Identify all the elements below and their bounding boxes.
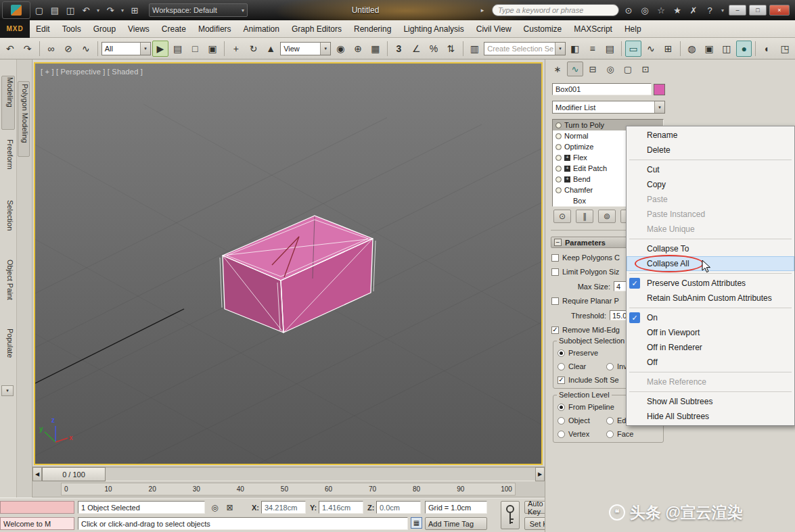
tab-modify[interactable]: ∿ [567,62,583,76]
search-icon[interactable]: ⊙ [622,3,635,18]
render-preview-icon[interactable]: ◳ [777,41,793,57]
object-radio[interactable] [558,417,565,425]
menu-modifiers[interactable]: Modifiers [192,22,237,36]
next-frame-icon[interactable]: ▶ [535,467,545,481]
save-file-icon[interactable]: ◫ [64,3,77,18]
edit-named-selection-sets-icon[interactable]: ▥ [467,41,483,57]
angle-snap-icon[interactable]: ∠ [408,41,424,57]
project-folder-icon[interactable]: ⊞ [128,3,141,18]
expand-subtree-icon[interactable]: + [564,166,570,172]
preserve-radio[interactable] [558,349,565,357]
schematic-view-icon[interactable]: ⊞ [660,41,677,57]
pin-stack-icon[interactable]: ⊙ [553,210,571,223]
snap-toggle-icon[interactable]: 3 [391,41,407,57]
tab-create[interactable]: ∗ [549,62,566,76]
select-by-name-icon[interactable]: ▤ [170,41,186,57]
viewport-label[interactable]: [ + ] [ Perspective ] [ Shaded ] [41,68,143,76]
bind-to-space-warp-icon[interactable]: ∿ [78,41,94,57]
undo-dropdown-icon[interactable]: ▾ [95,3,101,18]
expand-subtree-icon[interactable]: + [564,176,570,183]
minimize-button[interactable]: – [729,5,746,16]
align-icon[interactable]: ≡ [585,41,601,57]
tab-motion[interactable]: ◎ [602,62,618,76]
redo-dropdown-icon[interactable]: ▾ [119,3,126,18]
ribbon-tab-modeling[interactable]: Modeling [6,77,14,107]
time-tag-icon[interactable]: ▦ [411,517,422,529]
remove-mid-edge-checkbox[interactable]: ✓ [551,327,559,334]
object-color-swatch[interactable] [654,84,665,95]
modifier-list-dropdown[interactable]: Modifier List ▾ [552,101,665,114]
menu-tools[interactable]: Tools [56,22,87,36]
tab-display[interactable]: ▢ [620,62,636,76]
maximize-button[interactable]: □ [749,5,767,16]
curve-editor-icon[interactable]: ∿ [643,41,659,57]
ribbon-tab-freeform[interactable]: Freeform [6,139,14,170]
menu-item-show-all-subtrees[interactable]: Show All Subtrees [627,394,794,409]
menu-help[interactable]: Help [618,22,648,36]
help-icon[interactable]: ? [703,3,717,18]
from-pipeline-radio[interactable] [558,404,565,411]
ribbon-tab-selection[interactable]: Selection [6,200,14,231]
menu-edit[interactable]: Edit [30,22,56,36]
open-file-icon[interactable]: ▤ [48,3,62,18]
menu-item-cut[interactable]: Cut [627,162,794,177]
menu-item-hide-all-subtrees[interactable]: Hide All Subtrees [627,409,794,424]
set-keys-button[interactable] [501,501,520,529]
render-production-icon[interactable]: ● [736,41,752,57]
mirror-icon[interactable]: ◧ [567,41,583,57]
ribbon-expand-icon[interactable]: ▾ [1,385,14,396]
menu-item-collapse-to[interactable]: Collapse To [627,241,794,256]
collapse-rollout-icon[interactable]: − [554,239,562,246]
edge-radio[interactable] [606,417,614,425]
time-slider-track[interactable] [106,467,535,481]
ribbon-tab-object-paint[interactable]: Object Paint [6,260,14,300]
limit-polygon-size-checkbox[interactable] [551,268,559,276]
menu-civil-view[interactable]: Civil View [470,22,518,36]
rectangular-selection-region-icon[interactable]: □ [187,41,203,57]
menu-item-delete[interactable]: Delete [627,143,794,158]
show-end-result-icon[interactable]: ∥ [576,210,593,223]
favorites-icon[interactable]: ★ [671,3,684,18]
perspective-viewport[interactable]: [ + ] [ Perspective ] [ Shaded ] y z x [34,62,543,465]
track-bar[interactable]: 0 10 20 30 40 50 60 70 80 90 100 [32,481,545,498]
x-coord-field[interactable]: 34.218cm [261,501,306,514]
select-and-move-icon[interactable]: + [228,41,244,57]
keep-polygons-checkbox[interactable] [551,254,559,262]
menu-item-rename[interactable]: Rename [627,128,794,143]
maxscript-listener-field[interactable]: Welcome to M [0,517,74,530]
menu-item-off-in-renderer[interactable]: Off in Renderer [627,340,794,355]
menu-item-on[interactable]: ✓ On [627,310,794,325]
lightbulb-icon[interactable] [555,155,562,161]
application-menu-button[interactable] [2,1,30,19]
close-button[interactable]: × [769,5,790,16]
keyboard-shortcut-override-icon[interactable]: ▦ [367,41,384,57]
make-unique-icon[interactable]: ⊚ [598,210,616,223]
unlink-selection-icon[interactable]: ⊘ [60,41,76,57]
isolate-selection-icon[interactable]: ◎ [208,501,221,514]
menu-item-off-in-viewport[interactable]: Off in Viewport [627,325,794,340]
spinner-snap-icon[interactable]: ⇅ [443,41,459,57]
require-planar-checkbox[interactable] [551,297,559,305]
previous-frame-icon[interactable]: ◀ [32,467,42,481]
menu-item-preserve-custom-attributes[interactable]: ✓ Preserve Custom Attributes [627,276,794,291]
reference-coordinate-dropdown[interactable]: View ▾ [280,42,331,55]
communication-center-icon[interactable]: ◎ [638,3,652,18]
lightbulb-icon[interactable] [555,122,562,128]
exchange-apps-icon[interactable]: ✗ [687,3,700,18]
menu-views[interactable]: Views [122,22,156,36]
selection-filter-dropdown[interactable]: All ▾ [101,42,151,55]
material-editor-icon[interactable]: ◍ [683,41,700,57]
include-soft-selection-checkbox[interactable]: ✓ [558,377,565,384]
sign-in-icon[interactable]: ☆ [654,3,668,18]
vertex-radio[interactable] [558,431,565,438]
menu-group[interactable]: Group [87,22,122,36]
workspace-dropdown[interactable]: Workspace: Default ▾ [149,3,248,17]
menu-lighting-analysis[interactable]: Lighting Analysis [397,22,470,36]
lightbulb-icon[interactable] [555,144,562,150]
expand-subtree-icon[interactable]: + [564,155,570,161]
menu-item-copy[interactable]: Copy [627,177,794,192]
maxscript-listener-pink-line[interactable] [0,501,74,514]
menu-animation[interactable]: Animation [237,22,286,36]
menu-customize[interactable]: Customize [518,22,568,36]
named-selection-set-dropdown[interactable]: Create Selection Se ▾ [484,42,566,55]
